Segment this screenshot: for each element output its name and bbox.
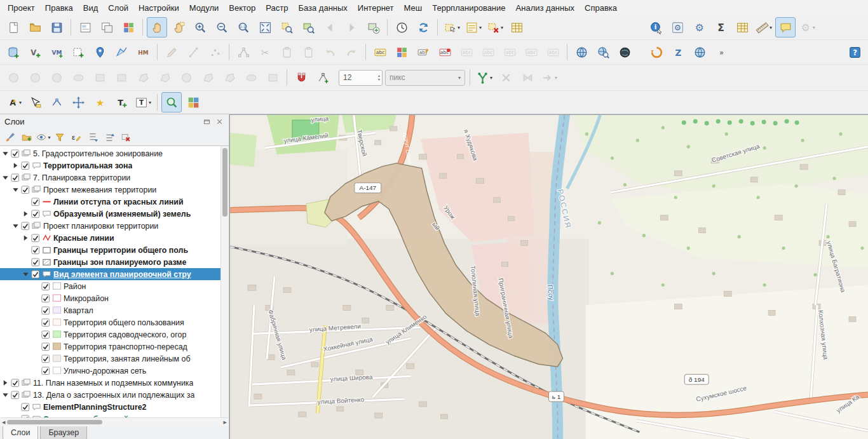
layer-tree-row[interactable]: Границы территории общего поль <box>0 244 220 256</box>
layer-tree-row[interactable]: Вид элемента планировочной стру <box>0 268 220 280</box>
new-map-view-button[interactable] <box>363 17 383 37</box>
statistical-summary-button[interactable]: Σ <box>710 17 731 37</box>
text-annotation-button[interactable]: T▾ <box>133 92 153 112</box>
globe-plugin-button[interactable] <box>689 42 710 62</box>
layer-tree-row[interactable]: Территория садоводческого, огор <box>0 328 220 341</box>
help-contents-button[interactable]: ? <box>844 42 865 62</box>
layer-visibility-checkbox[interactable] <box>21 186 30 194</box>
layer-visibility-checkbox[interactable] <box>11 379 20 388</box>
map-view[interactable]: улица КамелийТверскойулицая ХудяковаУрож… <box>229 114 868 439</box>
layer-visibility-checkbox[interactable] <box>31 258 40 267</box>
collapse-arrow-icon[interactable] <box>12 186 19 193</box>
pin-unpin-labels-button[interactable]: T <box>111 92 132 112</box>
float-panel-button[interactable] <box>201 117 212 127</box>
enable-tracing-button[interactable]: ▾ <box>474 67 494 88</box>
menu-item-database[interactable]: База данных <box>293 2 352 14</box>
layer-tree-row[interactable]: Микрорайон <box>0 292 220 304</box>
new-geopackage-layer-button[interactable] <box>3 42 24 62</box>
layer-tree-row[interactable]: 13. Дела о застроенных или подлежащих за <box>0 389 220 401</box>
toolbar-overflow-button[interactable]: » <box>711 42 731 62</box>
layer-tree-row[interactable]: Квартал <box>0 304 220 316</box>
scroll-left-arrow-icon[interactable]: ◀ <box>2 420 5 425</box>
expand-arrow-icon[interactable] <box>22 234 29 241</box>
layer-visibility-checkbox[interactable] <box>41 367 50 375</box>
layer-tree[interactable]: 5. Градостроительное зонированиеТерритор… <box>0 146 220 417</box>
layer-visibility-checkbox[interactable] <box>11 173 20 182</box>
collapse-arrow-icon[interactable] <box>22 271 29 278</box>
layer-tree-row[interactable]: Территория транспортно-пересад <box>0 341 220 353</box>
menu-item-plugins[interactable]: Модули <box>184 2 224 14</box>
zoom-full-button[interactable] <box>255 17 275 37</box>
new-mesh-layer-button[interactable] <box>111 42 132 62</box>
zoom-to-selection-button[interactable] <box>276 17 297 37</box>
zoom-in-button[interactable] <box>190 17 210 37</box>
map-tips-button[interactable] <box>775 17 796 37</box>
layer-tree-row[interactable]: Сервитут, публичный сервитут <box>0 413 220 417</box>
attribute-table-button[interactable] <box>732 17 752 37</box>
close-panel-button[interactable] <box>214 117 224 127</box>
menu-item-terrplan[interactable]: Террпланирование <box>427 2 510 14</box>
select-features-button[interactable]: ▾ <box>442 17 462 37</box>
layer-visibility-checkbox[interactable] <box>41 306 50 315</box>
open-project-button[interactable] <box>25 17 45 37</box>
manage-map-themes-button[interactable]: ▾ <box>35 129 51 145</box>
zoom-out-button[interactable] <box>212 17 232 37</box>
layer-tree-row[interactable]: Проект планировки территории <box>0 220 220 232</box>
layer-visibility-checkbox[interactable] <box>31 270 40 279</box>
layer-tree-row[interactable]: Образуемый (изменяемый) земель <box>0 208 220 220</box>
menu-item-raster[interactable]: Растр <box>261 2 293 14</box>
temporal-controller-button[interactable] <box>391 17 412 37</box>
highlight-pinned-labels-button[interactable]: abc <box>435 42 455 62</box>
layer-visibility-checkbox[interactable] <box>41 318 50 327</box>
measure-line-button[interactable]: ▾ <box>754 17 774 37</box>
expand-arrow-icon[interactable] <box>2 379 9 386</box>
style-manager-button[interactable] <box>118 17 139 37</box>
move-label-tool-button[interactable] <box>25 92 45 112</box>
new-gps-layer-button[interactable] <box>90 42 110 62</box>
layer-labeling-button[interactable]: abc <box>370 42 390 62</box>
layer-tree-row[interactable]: 7. Планировка территории <box>0 172 220 184</box>
zoom-native-button[interactable]: 1:1 <box>233 17 254 37</box>
layer-visibility-checkbox[interactable] <box>11 391 20 400</box>
layer-labeling-options-button[interactable]: A★▾ <box>3 92 24 112</box>
menu-item-help[interactable]: Справка <box>580 2 622 14</box>
layer-tree-row[interactable]: Линии отступа от красных линий <box>0 196 220 208</box>
layer-visibility-checkbox[interactable] <box>41 282 50 291</box>
layout-manager-button[interactable] <box>97 17 117 37</box>
panel-tab-browser[interactable]: Браузер <box>40 426 87 439</box>
scroll-right-arrow-icon[interactable]: ▶ <box>224 420 227 425</box>
layer-tree-row[interactable]: Проект межевания территории <box>0 184 220 196</box>
options-button[interactable]: ⚙ <box>689 17 709 37</box>
menu-item-mesh[interactable]: Меш <box>399 2 428 14</box>
layer-visibility-checkbox[interactable] <box>41 294 50 303</box>
layer-tree-row[interactable]: Территориальная зона <box>0 159 220 172</box>
favorites-button[interactable]: ★ <box>90 92 110 112</box>
layer-visibility-checkbox[interactable] <box>11 149 20 158</box>
layer-visibility-checkbox[interactable] <box>21 222 30 231</box>
layer-visibility-checkbox[interactable] <box>41 355 50 363</box>
layer-tree-row[interactable]: 5. Градостроительное зонирование <box>0 147 220 159</box>
new-temporary-layer-button[interactable] <box>68 42 88 62</box>
processing-toolbox-button[interactable]: ⚙ <box>667 17 688 37</box>
change-label-properties-button[interactable] <box>46 92 67 112</box>
horizontal-scrollbar-thumb[interactable] <box>7 420 102 424</box>
menu-item-settings[interactable]: Настройки <box>133 2 184 14</box>
collapse-arrow-icon[interactable] <box>2 174 9 181</box>
spinbox-arrows-icon[interactable]: ▴▾ <box>378 74 380 81</box>
vertical-scrollbar[interactable] <box>220 146 229 417</box>
horizontal-scrollbar[interactable]: ◀ ▶ <box>0 417 229 426</box>
expand-arrow-icon[interactable] <box>12 162 19 169</box>
quickmapservices-button[interactable] <box>183 92 203 112</box>
snap-tolerance-spinbox[interactable]: 12▴▾ <box>339 70 383 86</box>
refresh-plugin-button[interactable] <box>646 42 667 62</box>
layer-tree-row[interactable]: Красные линии <box>0 232 220 244</box>
layer-tree-row[interactable]: Район <box>0 280 220 292</box>
layer-visibility-checkbox[interactable] <box>31 246 40 255</box>
layer-visibility-checkbox[interactable] <box>21 161 30 170</box>
zoom-to-layer-button[interactable] <box>298 17 318 37</box>
deselect-all-button[interactable]: ▾ <box>485 17 505 37</box>
expand-all-button[interactable] <box>85 129 101 145</box>
menu-item-layer[interactable]: Слой <box>103 2 133 14</box>
expand-arrow-icon[interactable] <box>22 210 29 217</box>
layer-visibility-checkbox[interactable] <box>41 342 50 351</box>
